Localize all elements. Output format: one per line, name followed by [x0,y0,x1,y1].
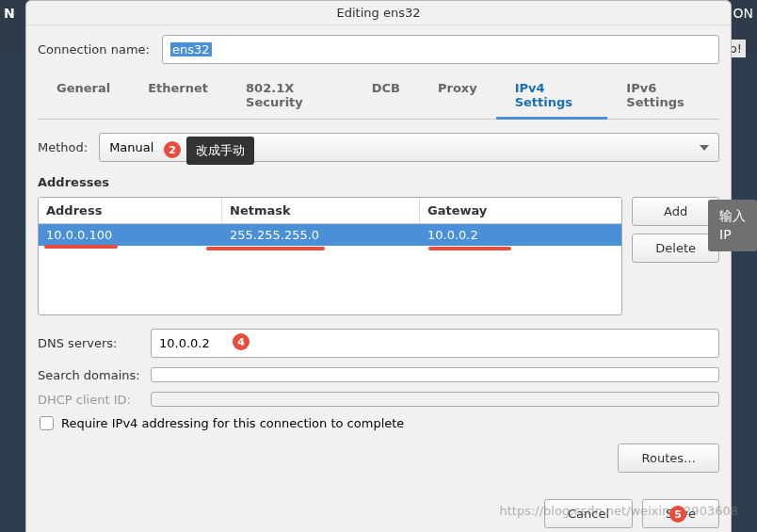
tab-dcb[interactable]: DCB [353,73,419,119]
search-domains-input[interactable] [151,367,719,382]
annotation-badge-5: 5 [669,506,686,523]
addresses-title: Addresses [38,175,719,189]
dhcp-client-id-input [151,392,719,407]
tab-proxy[interactable]: Proxy [419,73,496,119]
dhcp-client-id-label: DHCP client ID: [38,393,151,407]
annotation-badge-4: 4 [233,333,250,350]
backdrop-left: N [4,6,15,21]
tab-general[interactable]: General [38,73,129,119]
annotation-tooltip-ip: 输入IP [708,200,757,251]
connection-name-label: Connection name: [38,42,153,56]
add-button[interactable]: Add 3 [632,197,719,226]
require-ipv4-checkbox[interactable] [40,416,54,430]
search-domains-label: Search domains: [38,368,151,382]
cell-address: 10.0.0.100 [39,224,222,246]
col-gateway: Gateway [420,198,621,223]
tab-ethernet[interactable]: Ethernet [129,73,227,119]
cell-netmask: 255.255.255.0 [222,224,420,246]
col-address: Address [39,198,222,223]
tab-ipv4-settings[interactable]: IPv4 Settings [496,73,608,120]
routes-button[interactable]: Routes… [618,443,719,473]
annotation-tooltip-method: 改成手动 [186,137,254,165]
dialog-editing-connection: Editing ens32 Connection name: ens32 Gen… [25,0,732,532]
annotation-underline-address [44,245,118,249]
method-label: Method: [38,140,88,154]
chevron-down-icon [700,145,709,151]
method-value: Manual [109,140,153,154]
addresses-table[interactable]: Address Netmask Gateway 10.0.0.100 255.2… [38,197,622,315]
table-row[interactable]: 10.0.0.100 255.255.255.0 10.0.0.2 [39,224,621,246]
dialog-title: Editing ens32 [26,1,731,25]
cell-gateway: 10.0.0.2 [420,224,621,246]
col-netmask: Netmask [222,198,420,223]
method-combobox[interactable]: Manual 2 改成手动 [99,133,719,162]
tab-8021x-security[interactable]: 802.1X Security [227,73,353,119]
tab-ipv6-settings[interactable]: IPv6 Settings [607,73,719,119]
watermark: https://blog.csdn.net/weixin_42903608 [499,504,738,518]
dns-servers-label: DNS servers: [38,336,151,350]
delete-button[interactable]: Delete [632,234,719,263]
tab-bar: General Ethernet 802.1X Security DCB Pro… [38,73,719,120]
annotation-badge-2: 2 [164,141,181,158]
annotation-underline-gateway [428,247,511,250]
connection-name-input[interactable]: ens32 [162,35,719,64]
dns-servers-input[interactable]: 10.0.0.2 4 [151,329,719,358]
require-ipv4-label: Require IPv4 addressing for this connect… [61,416,404,430]
annotation-underline-netmask [206,247,325,250]
